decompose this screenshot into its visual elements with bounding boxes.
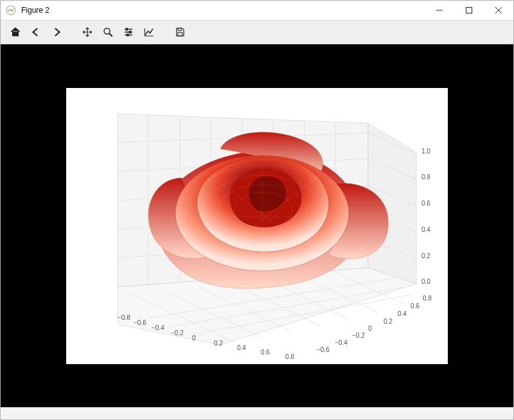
back-button[interactable]	[26, 22, 46, 42]
x-tick: 0.6	[261, 349, 270, 356]
forward-button[interactable]	[47, 22, 66, 42]
svg-point-5	[104, 28, 110, 34]
z-tick: 0.6	[421, 200, 430, 207]
svg-rect-12	[127, 34, 128, 36]
save-icon	[174, 26, 186, 38]
close-button[interactable]	[484, 1, 513, 20]
titlebar: Figure 2	[1, 1, 513, 21]
y-tick: 0.8	[423, 295, 432, 302]
y-tick: 0	[368, 325, 372, 332]
chart-line-icon	[143, 26, 155, 38]
sliders-icon	[123, 26, 134, 38]
y-tick: −0.2	[352, 332, 365, 339]
z-tick: 0.4	[421, 226, 430, 233]
svg-line-6	[109, 33, 112, 37]
svg-rect-11	[130, 31, 131, 33]
x-tick: −0.6	[134, 319, 146, 326]
zoom-button[interactable]	[98, 22, 118, 42]
plot-area[interactable]: 0.0 0.2 0.4 0.6 0.8 1.0 −0.8 −0.6 −0.4 −…	[66, 88, 448, 364]
toolbar	[1, 21, 513, 44]
home-icon	[10, 26, 21, 38]
y-tick: 0.6	[411, 302, 420, 310]
y-tick: −0.6	[317, 346, 330, 353]
pan-button[interactable]	[78, 22, 97, 42]
svg-rect-14	[178, 33, 182, 36]
x-tick: 0.8	[285, 353, 294, 360]
svg-rect-10	[126, 28, 127, 30]
minimize-button[interactable]	[425, 1, 454, 20]
z-tick: 1.0	[421, 148, 430, 155]
maximize-button[interactable]	[454, 1, 484, 20]
status-bar	[1, 407, 513, 419]
x-tick: 0	[192, 335, 196, 342]
arrow-left-icon	[30, 26, 42, 38]
configure-subplots-button[interactable]	[119, 22, 138, 42]
z-tick: 0.8	[421, 173, 430, 180]
y-tick: 0.4	[398, 310, 407, 317]
pan-icon	[82, 26, 93, 38]
x-tick: −0.4	[152, 324, 164, 331]
zoom-icon	[102, 26, 114, 38]
home-button[interactable]	[6, 22, 25, 42]
z-tick: 0.0	[421, 278, 430, 285]
x-tick: 0.4	[237, 344, 246, 351]
window-title: Figure 2	[21, 6, 49, 15]
matplotlib-window: Figure 2	[0, 0, 514, 420]
x-tick: −0.2	[171, 329, 184, 337]
svg-rect-2	[466, 8, 472, 13]
arrow-right-icon	[51, 26, 62, 38]
save-button[interactable]	[170, 22, 190, 42]
figure-canvas-area: 0.0 0.2 0.4 0.6 0.8 1.0 −0.8 −0.6 −0.4 −…	[1, 44, 513, 407]
y-tick: −0.4	[335, 339, 348, 346]
y-tick: 0.2	[384, 318, 393, 325]
x-tick: −0.8	[118, 314, 130, 321]
edit-axes-button[interactable]	[139, 22, 159, 42]
z-tick: 0.2	[421, 252, 430, 259]
x-tick: 0.2	[214, 340, 223, 347]
app-icon	[6, 5, 16, 15]
